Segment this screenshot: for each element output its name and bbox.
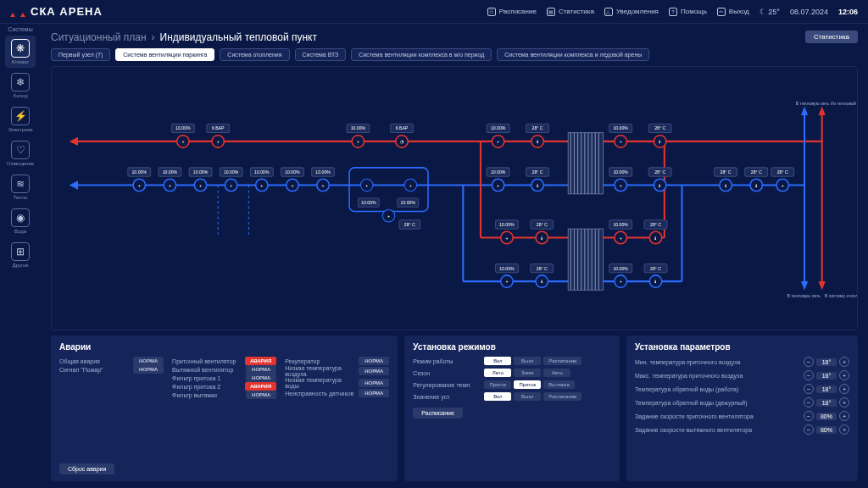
svg-text:28° C: 28° C [777, 169, 788, 175]
segment-button[interactable]: Выкл [514, 392, 541, 401]
status-badge: НОРМА [359, 357, 389, 365]
segment-button[interactable]: Вытяжка [543, 380, 574, 389]
status-badge: НОРМА [133, 365, 164, 374]
segment-button[interactable]: Выкл [514, 357, 541, 365]
svg-text:10.00%: 10.00% [613, 222, 628, 227]
param-row: Задание скорости приточного вентилятора−… [635, 411, 849, 421]
increment-button[interactable]: + [839, 424, 849, 435]
svg-text:10.00%: 10.00% [163, 169, 178, 175]
svg-marker-0 [70, 137, 78, 146]
svg-text:28° C: 28° C [537, 266, 548, 271]
sidebar-item-cold[interactable]: ❄Холод [5, 69, 36, 102]
panel-params: Установка параметров Мин. температура пр… [626, 336, 858, 481]
svg-text:+: + [505, 279, 508, 284]
nav-exit[interactable]: ⤳Выход [717, 8, 749, 16]
logo: СКА АРЕНА [10, 5, 103, 18]
alarm-label: Приточный вентилятор [172, 358, 242, 364]
increment-button[interactable]: + [839, 357, 849, 367]
logo-icon [10, 7, 25, 17]
nav-help[interactable]: ?Помощь [669, 8, 707, 16]
mode-label: Регулирование темп. [413, 382, 481, 388]
svg-text:+: + [387, 214, 390, 219]
sidebar: Системы ❋Климат ❄Холод ⚡Электрика ♡Освещ… [0, 24, 41, 488]
svg-text:28° C: 28° C [721, 169, 732, 175]
help-icon: ? [669, 8, 677, 16]
decrement-button[interactable]: − [804, 370, 814, 380]
alarm-row: РекуператорНОРМА [285, 357, 389, 365]
decrement-button[interactable]: − [804, 424, 814, 435]
mode-row: СезонЛетоЗимаАвто [413, 369, 611, 377]
tab-0[interactable]: Первый узел (7) [51, 48, 110, 61]
mode-row: Регулирование темп.ПритокПритокВытяжка [413, 380, 611, 389]
sidebar-item-heat[interactable]: ≋Тепло [5, 171, 36, 203]
reset-alarms-button[interactable]: Сброс аварии [59, 463, 114, 474]
segment-button[interactable]: Приток [484, 380, 511, 389]
sidebar-item-other[interactable]: ⊞Другое [5, 239, 36, 271]
segment-button[interactable]: Расписание [543, 392, 581, 401]
svg-text:+: + [497, 183, 499, 188]
wave-icon: ≋ [11, 175, 30, 193]
modes-title: Установка режимов [413, 342, 611, 352]
calendar-icon: ☷ [487, 8, 496, 16]
segment-button[interactable]: Приток [514, 380, 541, 389]
tab-1[interactable]: Система вентиляции паркинга [115, 48, 214, 61]
increment-button[interactable]: + [839, 411, 849, 421]
svg-text:🌡: 🌡 [654, 236, 658, 241]
decrement-button[interactable]: − [804, 357, 814, 367]
mode-label: Значение уст. [413, 394, 481, 400]
svg-text:+: + [357, 139, 359, 144]
tab-4[interactable]: Система вентиляции комплекса в м/о перио… [351, 48, 492, 61]
nav-notifications[interactable]: △Уведомления [604, 8, 659, 16]
status-badge: НОРМА [246, 391, 276, 399]
segment-button[interactable]: Зима [514, 369, 541, 377]
svg-text:🌡: 🌡 [654, 279, 658, 284]
segment-button[interactable]: Вкл [484, 357, 511, 365]
svg-text:+: + [409, 183, 412, 188]
svg-text:10.00%: 10.00% [315, 169, 331, 175]
increment-button[interactable]: + [839, 384, 849, 394]
segment-button[interactable]: Вкл [484, 392, 511, 401]
panel-modes: Установка режимов Режим работыВклВыклРас… [404, 336, 620, 481]
decrement-button[interactable]: − [804, 384, 814, 394]
status-badge: НОРМА [246, 374, 276, 382]
breadcrumb-parent[interactable]: Ситуационный план [51, 31, 147, 43]
tab-2[interactable]: Система отопления [220, 48, 289, 61]
svg-text:10.00%: 10.00% [132, 169, 147, 175]
chart-icon: ▤ [547, 8, 555, 16]
svg-text:🌡: 🌡 [536, 139, 540, 144]
sidebar-item-water[interactable]: ◉Вода [5, 205, 36, 237]
segment-button[interactable]: Расписание [543, 357, 581, 365]
param-label: Задание скорости вытяжного вентилятора [635, 427, 804, 433]
schedule-button[interactable]: Расписание [413, 408, 463, 419]
param-value: 18° [816, 385, 837, 393]
svg-text:В тепловую сеть: В тепловую сеть [796, 101, 830, 106]
svg-text:10.00%: 10.00% [401, 200, 416, 205]
decrement-button[interactable]: − [804, 397, 814, 408]
sidebar-item-electric[interactable]: ⚡Электрика [5, 103, 36, 136]
svg-text:+: + [497, 139, 499, 144]
sidebar-item-lighting[interactable]: ♡Освещение [5, 137, 36, 169]
nav-stats[interactable]: ▤Статистика [547, 8, 594, 16]
svg-text:+: + [620, 236, 622, 241]
sidebar-item-climate[interactable]: ❋Климат [5, 36, 36, 68]
svg-text:+: + [138, 183, 141, 188]
param-value: 80% [816, 413, 837, 420]
drop-icon: ◉ [11, 208, 30, 227]
increment-button[interactable]: + [839, 397, 849, 408]
grid-icon: ⊞ [11, 242, 30, 261]
tab-3[interactable]: Система ВТЗ [295, 48, 347, 61]
time: 12:06 [838, 8, 858, 16]
segment-button[interactable]: Авто [543, 369, 570, 377]
svg-rect-24 [568, 229, 603, 290]
stats-button[interactable]: Статистика [805, 30, 858, 43]
svg-text:10.00%: 10.00% [224, 169, 239, 175]
segment-button[interactable]: Лето [484, 369, 511, 377]
decrement-button[interactable]: − [804, 411, 814, 421]
hvac-diagram: В тепловую сеть Из тепловой сети В тепло… [51, 66, 858, 330]
alarm-label: Фильтр притока 1 [172, 375, 242, 381]
svg-text:В тепловую сеть: В тепловую сеть [787, 293, 821, 298]
nav-schedule[interactable]: ☷Расписание [487, 8, 537, 16]
tab-5[interactable]: Система вентиляции комплекса и ледовой а… [497, 48, 649, 61]
svg-text:28° C: 28° C [654, 125, 665, 130]
increment-button[interactable]: + [839, 370, 849, 380]
